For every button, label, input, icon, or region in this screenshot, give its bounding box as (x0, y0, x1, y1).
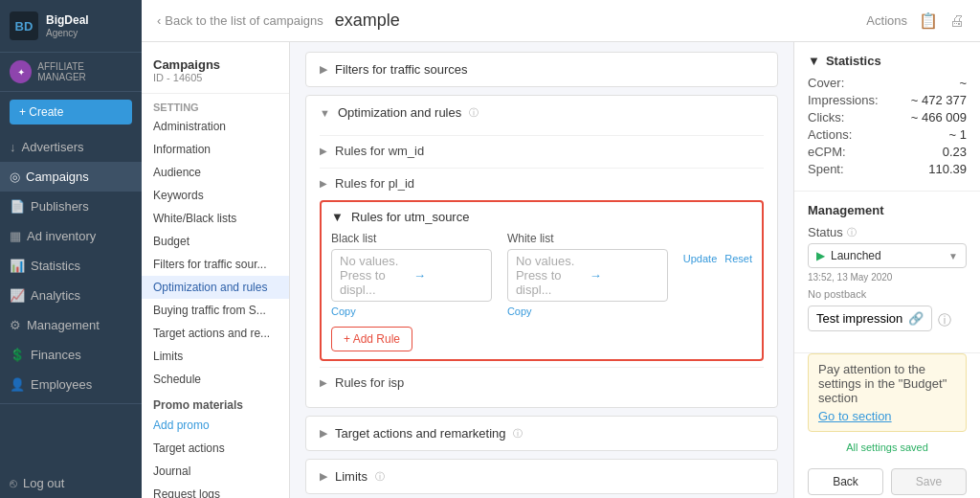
update-reset-actions: Update Reset (683, 232, 752, 264)
subnav-schedule[interactable]: Schedule (142, 368, 289, 391)
sidebar-item-statistics[interactable]: 📊 Statistics (0, 251, 142, 281)
subnav-optimization[interactable]: Optimization and rules (142, 276, 289, 299)
subnav-limits[interactable]: Limits (142, 345, 289, 368)
pl-id-row[interactable]: ▶ Rules for pl_id (320, 168, 764, 194)
isp-chevron-icon: ▶ (320, 377, 327, 388)
subnav-audience[interactable]: Audience (142, 161, 289, 184)
filters-label: Filters for traffic sources (335, 62, 467, 77)
status-select[interactable]: ▶ Launched ▼ (808, 243, 967, 268)
sidebar-item-ad-inventory[interactable]: ▦ Ad inventory (0, 221, 142, 251)
wm-id-row[interactable]: ▶ Rules for wm_id (320, 135, 764, 162)
limits-chevron-icon: ▶ (320, 470, 327, 483)
sidebar-divider (0, 403, 142, 404)
target-actions-header[interactable]: ▶ Target actions and remarketing ⓘ (306, 417, 777, 450)
subnav-budget[interactable]: Budget (142, 230, 289, 253)
white-list-input[interactable]: No values. Press to displ... → (507, 249, 668, 302)
pl-id-label: Rules for pl_id (335, 176, 414, 191)
target-actions-section: ▶ Target actions and remarketing ⓘ (305, 416, 778, 451)
subnav-request-logs[interactable]: Request logs (142, 483, 289, 498)
stats-arrow-icon: ▼ (808, 54, 820, 68)
stat-cover: Cover: ~ (808, 76, 967, 90)
subnav-whiteblack[interactable]: White/Black lists (142, 207, 289, 230)
sidebar-role: ✦ AFFILIATE MANAGER (0, 53, 142, 92)
reset-button[interactable]: Reset (724, 253, 752, 264)
white-list-arrow-icon: → (590, 268, 659, 283)
role-avatar: ✦ (10, 60, 32, 83)
subnav-information[interactable]: Information (142, 138, 289, 161)
isp-row[interactable]: ▶ Rules for isp (320, 367, 764, 394)
white-list-copy[interactable]: Copy (507, 306, 532, 317)
pl-id-chevron-icon: ▶ (320, 178, 327, 189)
advertisers-icon: ↓ (10, 140, 16, 154)
logout-icon: ⎋ (10, 476, 17, 490)
optimization-section: ▼ Optimization and rules ⓘ ▶ Rules for w… (305, 95, 778, 408)
sidebar-item-label: Employees (31, 377, 92, 392)
sidebar-item-analytics[interactable]: 📈 Analytics (0, 281, 142, 310)
subnav: Campaigns ID - 14605 Setting Administrat… (142, 42, 290, 498)
statistics-section: ▼ Statistics Cover: ~ Impressions: ~ 472… (794, 42, 980, 192)
promo-section-label: Promo materials (142, 391, 289, 414)
content-area: Campaigns ID - 14605 Setting Administrat… (142, 42, 980, 498)
status-label: Status ⓘ (808, 225, 967, 239)
campaigns-icon: ◎ (10, 170, 20, 184)
page-title: example (335, 11, 400, 31)
statistics-icon: 📊 (10, 259, 25, 273)
status-date: 13:52, 13 May 2020 (808, 272, 967, 283)
sidebar-item-advertisers[interactable]: ↓ Advertisers (0, 132, 142, 162)
logo-name: BigDeal (46, 13, 89, 29)
target-info-icon: ⓘ (513, 427, 523, 441)
sidebar-item-publishers[interactable]: 📄 Publishers (0, 192, 142, 221)
filters-header[interactable]: ▶ Filters for traffic sources (306, 53, 777, 86)
filters-section: ▶ Filters for traffic sources (305, 52, 778, 87)
management-icon: ⚙ (10, 318, 21, 332)
subnav-journal[interactable]: Journal (142, 460, 289, 483)
main-area: ‹ Back to the list of campaigns example … (142, 0, 980, 498)
actions-button[interactable]: Actions (866, 13, 907, 28)
test-impression-button[interactable]: Test impression 🔗 (808, 306, 932, 331)
subnav-buying-traffic[interactable]: Buying traffic from S... (142, 299, 289, 322)
topbar-left: ‹ Back to the list of campaigns example (157, 11, 400, 31)
save-button[interactable]: Save (891, 468, 967, 495)
white-list-col: White list No values. Press to displ... … (507, 232, 668, 317)
utm-source-header[interactable]: ▼ Rules for utm_source (331, 210, 752, 224)
test-info-icon: ⓘ (938, 312, 951, 329)
role-label: AFFILIATE MANAGER (37, 61, 132, 82)
sidebar-item-label: Campaigns (26, 170, 89, 184)
wm-id-label: Rules for wm_id (335, 144, 424, 158)
stat-actions: Actions: ~ 1 (808, 127, 967, 142)
black-list-arrow-icon: → (413, 268, 483, 283)
stat-spent: Spent: 110.39 (808, 162, 967, 176)
copy-icon[interactable]: 📋 (919, 11, 938, 30)
ad-inventory-icon: ▦ (10, 229, 21, 243)
status-info-icon: ⓘ (847, 226, 857, 239)
back-to-list-link[interactable]: ‹ Back to the list of campaigns (157, 13, 323, 28)
sidebar-item-employees[interactable]: 👤 Employees (0, 370, 142, 399)
topbar-right: Actions 📋 🖨 (866, 11, 965, 30)
create-button[interactable]: + Create (10, 100, 132, 124)
subnav-add-promo[interactable]: Add promo (142, 414, 289, 437)
subnav-target-actions[interactable]: Target actions (142, 437, 289, 460)
subnav-filters[interactable]: Filters for traffic sour... (142, 253, 289, 276)
limits-header[interactable]: ▶ Limits ⓘ (306, 460, 777, 493)
statistics-title: ▼ Statistics (808, 54, 967, 68)
back-button[interactable]: Back (808, 468, 883, 495)
subnav-target-actions-re[interactable]: Target actions and re... (142, 322, 289, 345)
publishers-icon: 📄 (10, 199, 25, 214)
update-button[interactable]: Update (683, 253, 717, 264)
test-impression-label: Test impression (816, 311, 902, 326)
print-icon[interactable]: 🖨 (949, 12, 965, 30)
sidebar-item-management[interactable]: ⚙ Management (0, 310, 142, 340)
log-out-item[interactable]: ⎋ Log out (0, 468, 142, 498)
back-link-text: Back to the list of campaigns (165, 13, 323, 28)
action-buttons: Back Save (794, 461, 980, 498)
add-rule-button[interactable]: + Add Rule (331, 327, 412, 351)
go-to-section-link[interactable]: Go to section (818, 409, 892, 423)
subnav-keywords[interactable]: Keywords (142, 184, 289, 207)
optimization-header[interactable]: ▼ Optimization and rules ⓘ (306, 96, 777, 129)
sidebar-item-finances[interactable]: 💲 Finances (0, 340, 142, 370)
subnav-administration[interactable]: Administration (142, 115, 289, 138)
sidebar-item-campaigns[interactable]: ◎ Campaigns (0, 162, 142, 192)
black-list-input[interactable]: No values. Press to displ... → (331, 249, 492, 302)
sidebar-item-label: Ad inventory (27, 229, 96, 243)
black-list-copy[interactable]: Copy (331, 306, 356, 317)
